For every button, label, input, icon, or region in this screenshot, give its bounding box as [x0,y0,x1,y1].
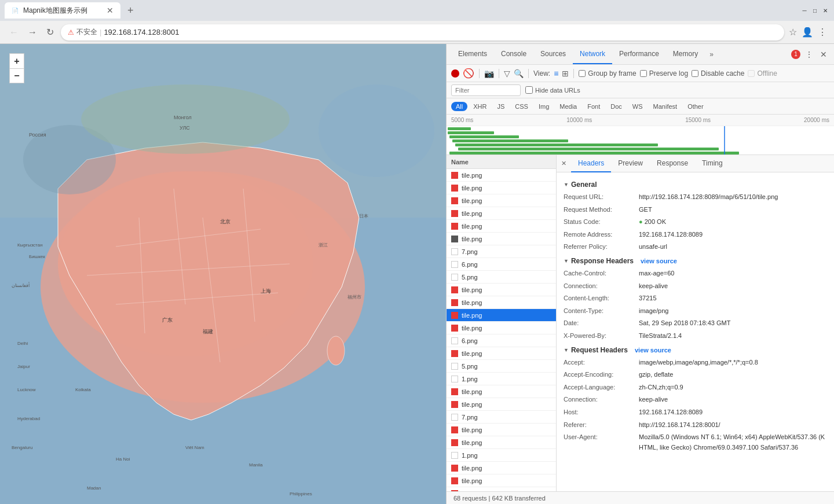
minimize-button[interactable]: ─ [800,6,809,14]
preserve-log-label[interactable]: Preserve log [640,69,688,78]
network-item[interactable]: 7.png [447,245,556,258]
filter-css[interactable]: CSS [510,102,533,111]
item-name: tile.png [462,401,482,408]
filter-input[interactable] [451,84,521,96]
filter-media[interactable]: Media [555,102,581,111]
network-item[interactable]: tile.png [447,322,556,334]
reload-button[interactable]: ↻ [44,24,56,40]
active-tab[interactable]: 📄 Mapnik地图服务示例 ✕ [5,2,120,19]
filter-other[interactable]: Other [683,102,708,111]
network-item[interactable]: 6.png [447,334,556,347]
network-item[interactable]: tile.png [447,207,556,220]
tab-more-button[interactable]: » [705,50,718,58]
tab-sources[interactable]: Sources [533,44,573,64]
tab-headers[interactable]: Headers [571,155,611,172]
request-method-label: Request Method: [564,205,639,215]
address-input[interactable]: ⚠ 不安全 | 192.168.174.128:8001 [61,24,784,41]
filter-manifest[interactable]: Manifest [649,102,682,111]
network-toolbar: 🚫 📷 ▽ 🔍 View: ≡ ⊞ Group by frame Preserv… [447,65,834,82]
network-item[interactable]: tile.png [447,385,556,398]
new-tab-button[interactable]: + [123,5,138,17]
camera-icon[interactable]: 📷 [484,69,494,78]
item-icon [451,312,458,319]
tab-response[interactable]: Response [650,155,695,172]
hide-data-urls-label[interactable]: Hide data URLs [525,86,580,94]
account-icon[interactable]: 👤 [802,27,813,38]
response-view-source[interactable]: view source [641,257,677,264]
filter-xhr[interactable]: XHR [469,102,491,111]
network-item[interactable]: tile.png [447,194,556,207]
network-item[interactable]: tile.png [447,436,556,449]
search-icon[interactable]: 🔍 [514,69,524,78]
tab-close-button[interactable]: ✕ [107,6,114,15]
menu-icon[interactable]: ⋮ [818,27,827,38]
zoom-in-button[interactable]: + [9,53,24,68]
response-headers-title[interactable]: Response Headers view source [564,253,827,267]
network-item[interactable]: tile.png [447,182,556,194]
network-item[interactable]: tile.png [447,474,556,487]
network-item[interactable]: tile.png [447,487,556,491]
preserve-log-checkbox[interactable] [640,70,647,77]
filter-icon[interactable]: ▽ [504,69,510,78]
forward-button[interactable]: → [25,25,39,40]
network-item[interactable]: 5.png [447,271,556,284]
filter-js[interactable]: JS [492,102,509,111]
devtools-settings-icon[interactable]: ⋮ [803,49,815,60]
list-view-icon[interactable]: ≡ [554,69,558,78]
tab-console[interactable]: Console [494,44,533,64]
item-icon [451,426,458,433]
offline-checkbox[interactable] [748,70,755,77]
general-section-title[interactable]: General [564,177,827,191]
tab-network[interactable]: Network [573,44,612,64]
tab-memory[interactable]: Memory [666,44,705,64]
group-by-frame-label[interactable]: Group by frame [579,69,636,78]
network-item[interactable]: tile.png [447,424,556,436]
tab-elements[interactable]: Elements [451,44,494,64]
tab-timing[interactable]: Timing [695,155,730,172]
offline-label[interactable]: Offline [748,69,777,78]
svg-text:广东: 广东 [162,317,173,323]
filter-all[interactable]: All [451,102,467,111]
network-item[interactable]: 1.png [447,373,556,385]
filter-img[interactable]: Img [534,102,554,111]
hide-data-urls-checkbox[interactable] [525,86,533,94]
network-item[interactable]: 1.png [447,449,556,462]
selected-network-item[interactable]: tile.png [447,309,556,322]
request-headers-title[interactable]: Request Headers view source [564,343,827,356]
network-item[interactable]: tile.png [447,169,556,182]
network-item[interactable]: tile.png [447,462,556,474]
disable-cache-label[interactable]: Disable cache [692,69,744,78]
network-item[interactable]: tile.png [447,398,556,411]
close-window-button[interactable]: ✕ [821,6,829,14]
record-button[interactable] [451,69,459,78]
network-item[interactable]: tile.png [447,233,556,245]
network-item[interactable]: tile.png [447,347,556,360]
filter-ws[interactable]: WS [628,102,648,111]
content-type-label: Content-Type: [564,306,639,317]
network-item[interactable]: 6.png [447,258,556,271]
request-view-source[interactable]: view source [635,347,671,354]
filter-font[interactable]: Font [583,102,605,111]
network-item[interactable]: 7.png [447,411,556,424]
group-by-frame-checkbox[interactable] [579,70,586,77]
back-button[interactable]: ← [7,25,21,40]
tab-preview[interactable]: Preview [611,155,650,172]
tab-performance[interactable]: Performance [612,44,666,64]
svg-rect-41 [449,135,519,138]
network-item[interactable]: tile.png [447,220,556,233]
item-name: tile.png [462,439,482,446]
separator-3 [528,69,529,78]
grid-view-icon[interactable]: ⊞ [562,69,569,78]
filter-doc[interactable]: Doc [606,102,627,111]
disable-cache-checkbox[interactable] [692,70,698,77]
clear-button[interactable]: 🚫 [463,68,474,79]
network-item[interactable]: tile.png [447,296,556,309]
headers-content: General Request URL: http://192.168.174.… [557,172,834,458]
maximize-button[interactable]: □ [811,6,819,14]
bookmark-icon[interactable]: ☆ [789,27,797,38]
zoom-out-button[interactable]: − [9,68,24,83]
network-item[interactable]: 5.png [447,360,556,373]
close-details-button[interactable]: ✕ [561,160,566,167]
devtools-close-icon[interactable]: ✕ [818,49,829,60]
network-item[interactable]: tile.png [447,284,556,296]
